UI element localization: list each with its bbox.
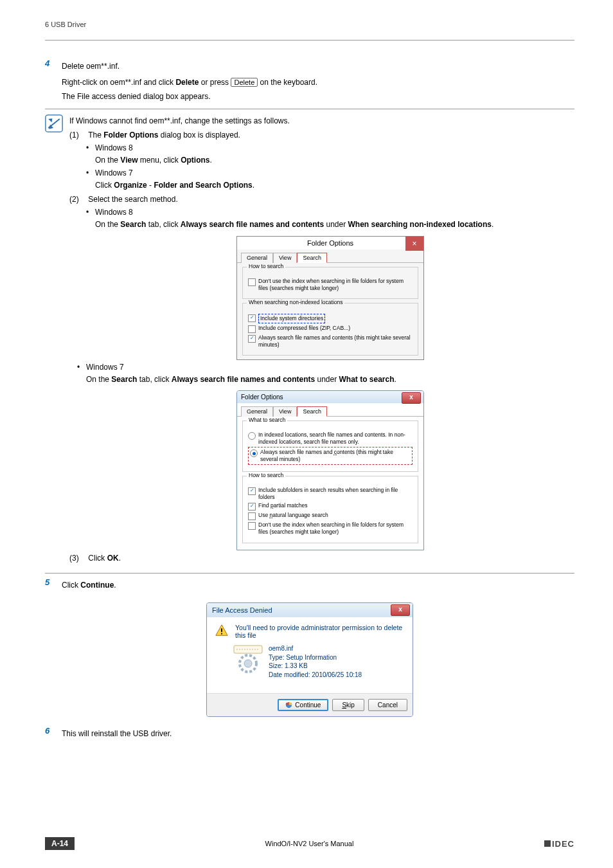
folder-options-win8-dialog: Folder Options × General View Search How…	[236, 236, 424, 360]
text: .	[492, 220, 493, 229]
step-6-text: This will reinstall the USB driver.	[62, 728, 574, 739]
dialog-titlebar: Folder Options x	[237, 391, 423, 403]
text: tab, click	[146, 220, 180, 229]
radio-label: In indexed locations, search file names …	[258, 431, 413, 446]
search-bold: Search	[120, 220, 146, 229]
win8-label: Windows 8	[95, 208, 133, 217]
tab-search[interactable]: Search	[297, 406, 327, 417]
text: Click	[62, 581, 80, 590]
close-icon[interactable]: x	[391, 604, 410, 616]
sub-number: (1)	[69, 130, 86, 141]
text: Click	[88, 554, 107, 563]
step-4-title: Delete oem**.inf.	[62, 61, 574, 72]
checkbox-label: Don't use the index when searching in fi…	[258, 521, 413, 536]
group-how-to-search: How to search	[247, 472, 285, 479]
sub-number: (3)	[69, 553, 86, 564]
close-icon[interactable]: ×	[405, 237, 423, 251]
tab-view[interactable]: View	[273, 253, 297, 263]
checkbox-label: Find partial matches	[258, 502, 308, 509]
note-intro: If Windows cannot find oem**.inf, change…	[69, 116, 574, 127]
separator	[45, 573, 574, 574]
cancel-button[interactable]: Cancel	[368, 699, 407, 711]
radio[interactable]	[248, 432, 256, 440]
svg-rect-2	[221, 633, 222, 635]
win8-instr: On the View menu, click Options.	[95, 155, 574, 166]
page-footer: A-14 WindO/I-NV2 User's Manual IDEC	[0, 837, 613, 850]
tab-general[interactable]: General	[241, 406, 273, 417]
search-bold: Search	[111, 375, 137, 384]
logo-square-icon	[544, 840, 551, 847]
text: on the keyboard.	[258, 78, 317, 87]
step-6-number: 6	[45, 726, 62, 742]
radio-label: Always search file names and contents (t…	[260, 449, 411, 463]
brand-text: IDEC	[552, 839, 574, 849]
file-name: oem8.inf	[269, 644, 362, 653]
text: Click	[95, 181, 114, 190]
dialog-titlebar: File Access Denied x	[207, 603, 413, 617]
header-rule	[45, 40, 574, 41]
tab-general[interactable]: General	[241, 253, 273, 263]
checkbox[interactable]	[248, 314, 256, 322]
tab-view[interactable]: View	[273, 406, 297, 417]
gear-icon	[233, 644, 263, 675]
text: On the	[95, 220, 120, 229]
view-bold: View	[120, 156, 138, 165]
file-metadata: oem8.inf Type: Setup Information Size: 1…	[269, 644, 362, 679]
text: .	[119, 554, 121, 563]
page-number: A-14	[45, 837, 75, 850]
ok-bold: OK	[107, 554, 119, 563]
sub-number: (2)	[69, 194, 86, 205]
dialog-titlebar: Folder Options ×	[237, 237, 423, 249]
manual-title: WindO/I-NV2 User's Manual	[265, 840, 354, 847]
win8-search-instr: On the Search tab, click Always search f…	[95, 219, 574, 230]
dialog-title: Folder Options	[307, 239, 353, 247]
step-4-number: 4	[45, 59, 62, 75]
checkbox[interactable]	[248, 487, 256, 495]
checkbox[interactable]	[248, 522, 256, 530]
text: under	[324, 220, 348, 229]
group-how-to-search: How to search	[247, 263, 285, 270]
file-size: Size: 1.33 KB	[269, 662, 362, 671]
note-sub3: (3) Click OK.	[69, 553, 574, 564]
checkbox[interactable]	[248, 325, 256, 333]
when-searching-bold: When searching non-indexed locations	[348, 220, 492, 229]
step-5-text: Click Continue.	[62, 580, 574, 591]
close-icon[interactable]: x	[402, 392, 421, 404]
checkbox-label: Always search file names and contents (t…	[258, 334, 413, 348]
text: -	[147, 181, 154, 190]
checkbox-label: Include compressed files (ZIP, CAB...)	[258, 325, 350, 332]
dialog-title: File Access Denied	[212, 606, 272, 614]
checkbox[interactable]	[248, 335, 256, 343]
win7-instr: Click Organize - Folder and Search Optio…	[95, 180, 574, 191]
checkbox-label: Include system directories	[258, 314, 325, 323]
warning-icon	[215, 624, 229, 638]
checkbox[interactable]	[248, 278, 256, 286]
win7-search-instr: On the Search tab, click Always search f…	[86, 374, 574, 385]
text: dialog box is displayed.	[158, 131, 240, 140]
note-sub1: (1) The Folder Options dialog box is dis…	[69, 130, 574, 141]
folder-options-bold: Folder Options	[103, 131, 158, 140]
radio[interactable]	[250, 449, 258, 457]
button-label: Continue	[295, 701, 321, 709]
text: tab, click	[137, 375, 171, 384]
text: or press	[199, 78, 231, 87]
win8-label: Windows 8	[95, 143, 133, 152]
tab-search[interactable]: Search	[297, 253, 327, 263]
idec-logo: IDEC	[544, 839, 574, 849]
text: The	[88, 131, 103, 140]
text: under	[315, 375, 339, 384]
checkbox[interactable]	[248, 503, 256, 511]
win7-label: Windows 7	[86, 363, 124, 372]
dialog-message: You'll need to provide administrator per…	[235, 624, 405, 639]
checkbox[interactable]	[248, 512, 256, 520]
skip-button[interactable]: Skip	[332, 699, 364, 711]
options-bold: Options	[181, 156, 209, 165]
continue-bold: Continue	[80, 581, 114, 590]
bullet-win8: •Windows 8	[86, 143, 574, 152]
continue-button[interactable]: Continue	[278, 699, 328, 711]
text: menu, click	[138, 156, 181, 165]
svg-rect-1	[221, 629, 222, 633]
note-sub2: (2) Select the search method.	[69, 194, 574, 205]
bullet-win8-2: •Windows 8	[86, 208, 574, 217]
group-non-indexed: When searching non-indexed locations	[247, 299, 344, 306]
